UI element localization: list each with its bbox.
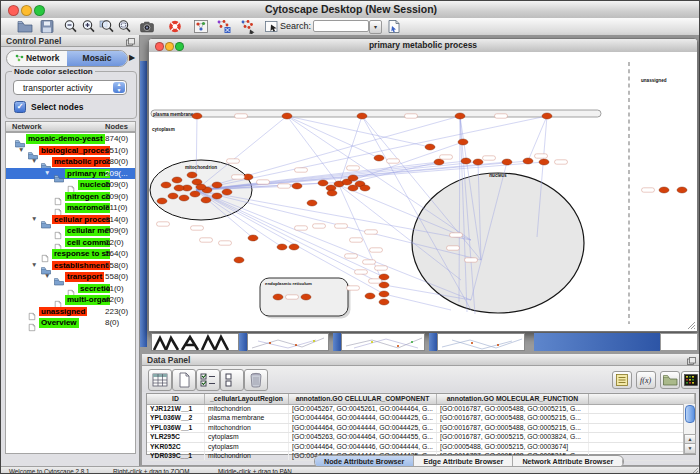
table-row[interactable]: YPL036W__2plasma membrane[GO:0044464, GO… — [147, 414, 695, 423]
search-dropdown-button[interactable]: ▾ — [369, 20, 382, 34]
network-node[interactable] — [357, 113, 367, 119]
tab-network[interactable]: Network — [7, 51, 67, 66]
tree-row[interactable]: nucleobase-209(0) — [6, 179, 135, 191]
zoom-window-icon[interactable] — [175, 42, 184, 51]
tree-row[interactable]: response to stimulu264(0) — [6, 248, 135, 260]
tab-mosaic[interactable]: Mosaic — [67, 51, 127, 66]
tree-expander-icon[interactable]: ▼ — [31, 215, 37, 222]
tree-node-label[interactable]: response to stimulu — [52, 249, 110, 259]
attribute-matrix-icon[interactable] — [681, 371, 700, 389]
network-node[interactable] — [434, 159, 444, 165]
new-attribute-icon[interactable] — [172, 369, 196, 391]
tree-row[interactable]: ▼primary metabo209(... — [6, 168, 135, 180]
network-node[interactable] — [161, 182, 171, 188]
network-node[interactable] — [168, 193, 178, 199]
tree-node-label[interactable]: cell communicat — [65, 238, 110, 248]
table-scrollbar[interactable]: ▲ ▼ — [683, 404, 695, 454]
zoom-window-icon[interactable] — [34, 5, 45, 16]
network-node[interactable] — [234, 257, 244, 263]
network-node[interactable] — [273, 294, 283, 300]
tree-expander-icon[interactable]: ▼ — [18, 146, 24, 153]
column-header[interactable]: annotation.GO CELLULAR_COMPONENT — [289, 394, 437, 404]
tree-node-label[interactable]: mosaic-demo-yeast — [26, 134, 105, 144]
network-node[interactable] — [327, 190, 337, 196]
background-window-thumbnail[interactable] — [341, 333, 425, 351]
zoom-selected-icon[interactable] — [99, 19, 115, 34]
background-window-edge[interactable] — [534, 333, 660, 351]
column-header[interactable]: _cellularLayoutRegion — [205, 394, 289, 404]
tree-row[interactable]: ▼transport558(0) — [6, 271, 135, 283]
save-icon[interactable] — [39, 19, 55, 34]
table-row[interactable]: YLR295Ccytoplasm[GO:0045263, GO:0044464,… — [147, 433, 695, 442]
scrollbar-thumb[interactable] — [685, 405, 695, 423]
tree-node-label[interactable]: macromolecule — [65, 203, 110, 213]
network-view-window[interactable]: primary metabolic process plasma membran… — [148, 38, 698, 332]
tree-expander-icon[interactable]: ▼ — [44, 169, 50, 176]
tree-row[interactable]: multi-organism pro42(0) — [6, 294, 135, 306]
tree-node-label[interactable]: Overview — [39, 318, 79, 328]
resize-grip-icon[interactable] — [691, 468, 699, 474]
network-node[interactable] — [659, 187, 669, 193]
tree-node-label[interactable]: cellular metabo — [65, 226, 110, 236]
tree-node-label[interactable]: nitrogen compo — [65, 192, 110, 202]
network-node[interactable] — [212, 193, 222, 199]
tree-row[interactable]: unassigned223(0) — [6, 306, 135, 318]
network-node[interactable] — [542, 113, 552, 119]
network-node[interactable] — [379, 291, 389, 297]
unselect-attributes-icon[interactable] — [220, 369, 244, 391]
network-node[interactable] — [458, 139, 468, 145]
network-node[interactable] — [289, 244, 299, 250]
create-network-icon[interactable] — [240, 19, 256, 34]
tree-node-label[interactable]: primary metabo — [65, 169, 110, 179]
network-node[interactable] — [277, 244, 287, 250]
table-row[interactable]: YJR121W__1mitochondrion[GO:0045267, GO:0… — [147, 405, 695, 414]
network-node[interactable] — [365, 293, 375, 299]
network-overview-icon[interactable] — [193, 19, 209, 34]
tree-node-label[interactable]: metabolic process — [52, 157, 110, 167]
background-window-thumbnail[interactable] — [151, 333, 239, 351]
background-window-thumbnail[interactable] — [247, 333, 329, 351]
network-node[interactable] — [473, 159, 483, 165]
network-node[interactable] — [174, 185, 184, 191]
column-header[interactable]: annotation.GO MOLECULAR_FUNCTION — [437, 394, 589, 404]
background-window-thumbnail[interactable] — [437, 333, 525, 351]
background-window-edge[interactable] — [333, 333, 341, 351]
network-node[interactable] — [455, 113, 465, 119]
tree-row[interactable]: mosaic-demo-yeast874(0) — [6, 133, 135, 145]
network-node[interactable] — [461, 158, 471, 164]
network-node[interactable] — [192, 113, 202, 119]
tree-row[interactable]: macromolecule311(0) — [6, 202, 135, 214]
network-canvas[interactable]: plasma membrane cytoplasm mitochondrion … — [149, 52, 697, 331]
tree-row[interactable]: ▼cellular process614(0) — [6, 214, 135, 226]
tree-row[interactable]: ▼establishment of lo558(0) — [6, 260, 135, 272]
network-node[interactable] — [425, 144, 435, 150]
node-color-dropdown[interactable]: transporter activity ▲▼ — [13, 80, 127, 95]
network-node[interactable] — [318, 180, 328, 186]
delete-attribute-icon[interactable] — [244, 369, 268, 391]
tree-node-label[interactable]: transport — [65, 272, 104, 282]
network-node[interactable] — [292, 183, 302, 189]
import-network-icon[interactable] — [386, 19, 402, 34]
network-node[interactable] — [196, 184, 206, 190]
attribute-table[interactable]: ID_cellularLayoutRegionannotation.GO CEL… — [146, 393, 696, 455]
annotation-select-icon[interactable] — [264, 19, 280, 34]
zoom-out-icon[interactable] — [63, 19, 79, 34]
tree-node-label[interactable]: multi-organism pro — [65, 295, 110, 305]
tree-row[interactable]: ▼metabolic process280(0) — [6, 156, 135, 168]
network-node[interactable] — [502, 159, 512, 165]
float-panel-icon[interactable] — [687, 356, 696, 364]
zoom-in-icon[interactable] — [81, 19, 97, 34]
network-node[interactable] — [190, 191, 200, 197]
network-node[interactable] — [187, 172, 197, 178]
tree-expander-icon[interactable]: ▼ — [31, 261, 37, 268]
tree-node-label[interactable]: establishment of lo — [52, 261, 110, 271]
scroll-down-icon[interactable]: ▼ — [684, 443, 696, 454]
background-window-thumbnail[interactable] — [660, 333, 698, 351]
tree-row[interactable]: nitrogen compo209(0) — [6, 191, 135, 203]
zoom-fit-icon[interactable] — [117, 19, 133, 34]
network-node[interactable] — [374, 155, 384, 161]
network-node[interactable] — [157, 198, 167, 204]
network-node[interactable] — [172, 177, 182, 183]
background-window-edge[interactable] — [239, 333, 247, 351]
network-node[interactable] — [179, 195, 189, 201]
